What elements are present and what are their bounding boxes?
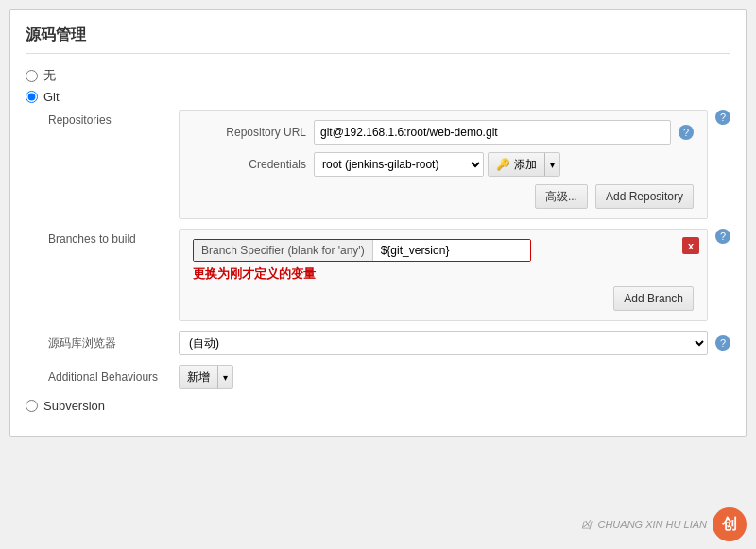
add-behaviour-btn-group: 新增 ▾ bbox=[179, 365, 233, 389]
repo-actions: 高级... Add Repository bbox=[193, 184, 694, 209]
git-radio-row: Git bbox=[26, 90, 730, 104]
subversion-label: Subversion bbox=[43, 399, 105, 413]
branch-specifier-input[interactable] bbox=[373, 240, 530, 261]
credentials-controls: root (jenkins-gilab-root) 🔑 添加 ▾ bbox=[314, 152, 560, 177]
add-branch-row: Add Branch bbox=[193, 286, 694, 311]
repo-url-label: Repository URL bbox=[193, 126, 306, 139]
additional-behaviours-label: Additional Behaviours bbox=[48, 370, 171, 384]
branches-section: Branches to build x Branch Specifier (bl… bbox=[48, 229, 730, 321]
credentials-add-label: 添加 bbox=[514, 157, 537, 173]
git-radio[interactable] bbox=[26, 91, 38, 103]
repositories-section: Repositories Repository URL ? Credential… bbox=[48, 110, 730, 219]
branch-specifier-row: Branch Specifier (blank for 'any') bbox=[193, 239, 531, 262]
none-label: 无 bbox=[43, 67, 56, 84]
credentials-row: Credentials root (jenkins-gilab-root) 🔑 … bbox=[193, 152, 694, 177]
add-repository-btn[interactable]: Add Repository bbox=[595, 184, 694, 209]
add-branch-btn[interactable]: Add Branch bbox=[613, 286, 694, 311]
watermark-icon-char: 凶 bbox=[581, 519, 592, 530]
watermark: 凶 CHUANG XIN HU LIAN 创 bbox=[581, 507, 747, 541]
branches-label: Branches to build bbox=[48, 229, 171, 246]
credentials-label: Credentials bbox=[193, 158, 306, 171]
delete-branch-btn[interactable]: x bbox=[682, 237, 699, 254]
branch-hint-text: 更换为刚才定义的变量 bbox=[193, 266, 694, 283]
source-browser-help-icon[interactable]: ? bbox=[715, 335, 730, 351]
credentials-add-dropdown-btn[interactable]: ▾ bbox=[544, 153, 559, 176]
source-browser-select[interactable]: (自动) bbox=[179, 331, 708, 355]
watermark-logo: 创 bbox=[713, 507, 747, 541]
source-browser-label: 源码库浏览器 bbox=[48, 335, 171, 352]
page-title: 源码管理 bbox=[26, 26, 730, 54]
source-browser-row: 源码库浏览器 (自动) ? bbox=[48, 331, 730, 355]
advanced-btn[interactable]: 高级... bbox=[535, 184, 588, 209]
branch-specifier-label: Branch Specifier (blank for 'any') bbox=[194, 240, 373, 261]
repositories-help-icon[interactable]: ? bbox=[715, 110, 730, 125]
key-icon: 🔑 bbox=[496, 158, 510, 171]
watermark-brand: CHUANG XIN HU LIAN bbox=[597, 519, 707, 530]
credentials-add-btn[interactable]: 🔑 添加 bbox=[489, 153, 544, 176]
repositories-label: Repositories bbox=[48, 110, 171, 127]
repositories-content: Repository URL ? Credentials root (jenki… bbox=[179, 110, 708, 219]
credentials-select[interactable]: root (jenkins-gilab-root) bbox=[314, 152, 484, 177]
credentials-add-btn-group: 🔑 添加 ▾ bbox=[488, 152, 560, 177]
git-label: Git bbox=[43, 90, 60, 104]
repo-url-help-icon[interactable]: ? bbox=[679, 125, 694, 140]
add-behaviour-dropdown-btn[interactable]: ▾ bbox=[217, 366, 232, 388]
subversion-radio-row: Subversion bbox=[26, 399, 730, 413]
branches-help-icon[interactable]: ? bbox=[715, 229, 730, 244]
watermark-text: 凶 CHUANG XIN HU LIAN bbox=[581, 518, 707, 532]
subversion-radio[interactable] bbox=[26, 400, 38, 412]
additional-behaviours-row: Additional Behaviours 新增 ▾ bbox=[48, 365, 730, 389]
repo-url-row: Repository URL ? bbox=[193, 120, 694, 145]
none-radio[interactable] bbox=[26, 70, 38, 82]
none-radio-row: 无 bbox=[26, 67, 730, 84]
scm-section: 源码管理 无 Git Repositories Repository URL ?… bbox=[9, 9, 747, 437]
add-behaviour-btn[interactable]: 新增 bbox=[180, 366, 217, 388]
repo-url-input[interactable] bbox=[314, 120, 671, 145]
branches-content: x Branch Specifier (blank for 'any') 更换为… bbox=[179, 229, 708, 321]
watermark-logo-char: 创 bbox=[722, 515, 737, 535]
